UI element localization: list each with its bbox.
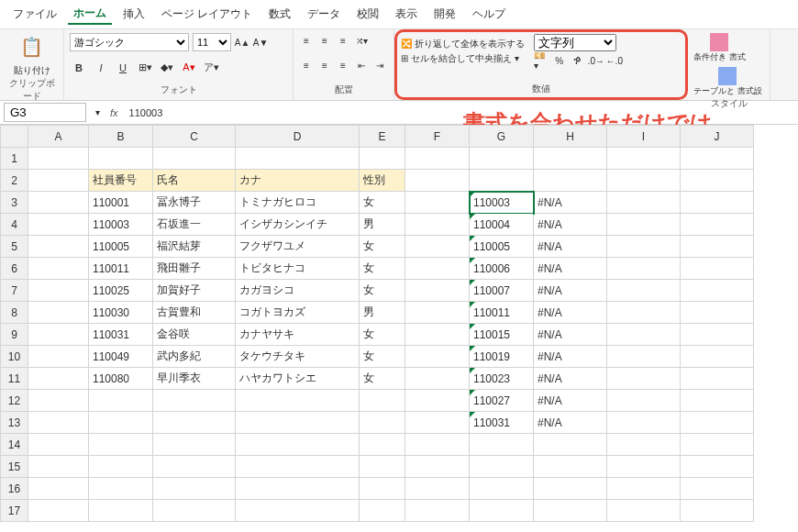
cell[interactable]	[681, 412, 754, 434]
menu-item[interactable]: 挿入	[117, 5, 150, 24]
cell[interactable]	[607, 214, 681, 236]
row-header[interactable]: 2	[1, 170, 28, 192]
cell[interactable]: #N/A	[534, 214, 607, 236]
row-header[interactable]: 9	[1, 324, 28, 346]
decrease-font-icon[interactable]: A▼	[253, 35, 268, 50]
col-header[interactable]: A	[28, 126, 89, 148]
cell[interactable]	[405, 346, 470, 368]
cell[interactable]	[681, 324, 754, 346]
row-header[interactable]: 16	[1, 478, 28, 500]
row-header[interactable]: 4	[1, 214, 28, 236]
cell[interactable]	[236, 148, 360, 170]
cell[interactable]	[607, 412, 681, 434]
cell[interactable]	[236, 390, 360, 412]
col-header[interactable]: J	[681, 126, 754, 148]
format-table-button[interactable]: テーブルと 書式設	[693, 67, 762, 97]
cell[interactable]: 110031	[470, 412, 534, 434]
namebox-dropdown-icon[interactable]: ▾	[90, 105, 105, 120]
cell[interactable]: 女	[360, 258, 405, 280]
cell[interactable]	[681, 170, 754, 192]
align-top-icon[interactable]: ≡	[299, 33, 314, 48]
cell[interactable]: トミナガヒロコ	[236, 192, 360, 214]
cell[interactable]	[681, 280, 754, 302]
col-header[interactable]: C	[153, 126, 236, 148]
row-header[interactable]: 13	[1, 412, 28, 434]
cell[interactable]: 女	[360, 192, 405, 214]
inc-decimal-icon[interactable]: .0→	[589, 53, 604, 68]
cell[interactable]	[360, 434, 405, 456]
cell[interactable]: 社員番号	[89, 170, 153, 192]
cell[interactable]	[681, 434, 754, 456]
cell[interactable]	[405, 456, 470, 478]
fx-icon[interactable]: fx	[105, 107, 124, 118]
cell[interactable]: #N/A	[534, 280, 607, 302]
cell[interactable]: #N/A	[534, 192, 607, 214]
row-header[interactable]: 17	[1, 500, 28, 522]
cell[interactable]: 110007	[470, 280, 534, 302]
italic-button[interactable]: I	[92, 59, 110, 77]
cell[interactable]	[28, 456, 89, 478]
row-header[interactable]: 8	[1, 302, 28, 324]
cell[interactable]: 110023	[470, 368, 534, 390]
cell[interactable]	[360, 500, 405, 522]
cell[interactable]	[405, 148, 470, 170]
cell[interactable]	[360, 456, 405, 478]
orientation-icon[interactable]: ⤭▾	[354, 33, 369, 48]
cell[interactable]: 110015	[470, 324, 534, 346]
cell[interactable]	[28, 324, 89, 346]
cell[interactable]: カガヨシコ	[236, 280, 360, 302]
row-header[interactable]: 1	[1, 148, 28, 170]
cell[interactable]: 110005	[470, 236, 534, 258]
indent-inc-icon[interactable]: ⇥	[372, 59, 387, 73]
cell[interactable]	[28, 148, 89, 170]
cell[interactable]	[405, 500, 470, 522]
cell[interactable]	[607, 390, 681, 412]
cell[interactable]: 110011	[470, 302, 534, 324]
align-middle-icon[interactable]: ≡	[317, 33, 332, 48]
bold-button[interactable]: B	[70, 59, 88, 77]
cell[interactable]: #N/A	[534, 390, 607, 412]
cell[interactable]: 女	[360, 280, 405, 302]
cell[interactable]: 110019	[470, 346, 534, 368]
cell[interactable]	[607, 478, 681, 500]
cell[interactable]	[153, 456, 236, 478]
cell[interactable]	[607, 192, 681, 214]
menu-item[interactable]: 表示	[390, 5, 423, 24]
cell[interactable]	[405, 280, 470, 302]
cell[interactable]	[405, 214, 470, 236]
cell[interactable]	[28, 368, 89, 390]
cell[interactable]: 女	[360, 368, 405, 390]
cell[interactable]: コガトヨカズ	[236, 302, 360, 324]
cell[interactable]	[28, 214, 89, 236]
cell[interactable]: 110005	[89, 236, 153, 258]
font-size-select[interactable]: 11	[193, 33, 231, 51]
wrap-text-button[interactable]: 🔀 折り返して全体を表示する	[401, 38, 525, 50]
col-header[interactable]: E	[360, 126, 405, 148]
cell[interactable]	[470, 478, 534, 500]
cell[interactable]	[360, 148, 405, 170]
cell[interactable]: 古賀豊和	[153, 302, 236, 324]
align-center-icon[interactable]: ≡	[317, 59, 332, 73]
fill-color-button[interactable]: ◆▾	[158, 59, 176, 77]
cell[interactable]	[681, 258, 754, 280]
row-header[interactable]: 15	[1, 456, 28, 478]
cell[interactable]	[405, 324, 470, 346]
cell[interactable]: 福沢結芽	[153, 236, 236, 258]
dec-decimal-icon[interactable]: ←.0	[607, 53, 622, 68]
cell[interactable]: #N/A	[534, 236, 607, 258]
underline-button[interactable]: U	[114, 59, 132, 77]
cell[interactable]	[405, 236, 470, 258]
cell[interactable]: 男	[360, 302, 405, 324]
col-header[interactable]: G	[470, 126, 534, 148]
cell[interactable]: 110003	[89, 214, 153, 236]
cell[interactable]	[28, 412, 89, 434]
cell[interactable]	[89, 390, 153, 412]
cell[interactable]	[153, 434, 236, 456]
cell[interactable]	[153, 148, 236, 170]
cell[interactable]	[607, 148, 681, 170]
row-header[interactable]: 12	[1, 390, 28, 412]
cell[interactable]	[236, 456, 360, 478]
cell[interactable]	[360, 390, 405, 412]
cell[interactable]	[405, 258, 470, 280]
cell[interactable]	[534, 500, 607, 522]
